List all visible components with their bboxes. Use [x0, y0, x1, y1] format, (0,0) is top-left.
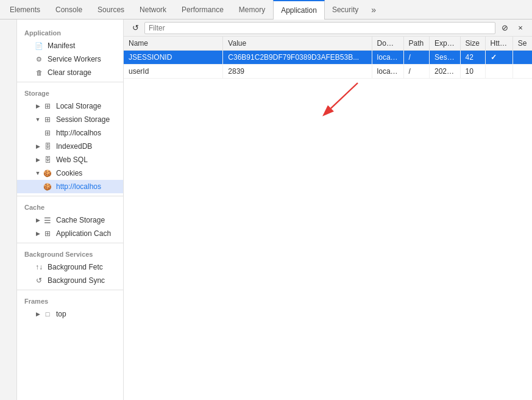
- clear-filter-button[interactable]: ⊘: [498, 21, 511, 35]
- frame-icon: □: [43, 309, 52, 319]
- cell-7: [512, 65, 532, 79]
- col-value[interactable]: Value: [223, 37, 372, 51]
- cell-6: [485, 65, 512, 79]
- cell-5: 10: [460, 65, 485, 79]
- expand-arrow-appcache: ▶: [34, 230, 41, 237]
- session-localhost-icon: ⊞: [43, 128, 52, 138]
- table-container: Name Value Do… Path Exp… Size Htt… Se JS…: [124, 37, 532, 400]
- cell-4: Ses…: [429, 51, 460, 65]
- cell-1: C36B91C2B9DF79F0389D3AFEB53B...: [223, 51, 372, 65]
- expand-arrow-frame: ▶: [34, 310, 41, 318]
- sidebar-item-service-workers[interactable]: ⚙ Service Workers: [17, 52, 123, 66]
- sidebar-section-frames: Frames: [17, 293, 123, 307]
- cell-5: 42: [460, 51, 485, 65]
- tab-more-button[interactable]: »: [366, 5, 381, 15]
- tab-application[interactable]: Application: [273, 0, 325, 20]
- cell-6: ✓: [485, 51, 512, 65]
- cell-2: loca…: [372, 65, 403, 79]
- sidebar-item-local-storage[interactable]: ▶ ⊞ Local Storage: [17, 99, 123, 113]
- sidebar-item-cookies-localhost[interactable]: 🍪 http://localhos: [17, 180, 123, 193]
- col-name[interactable]: Name: [124, 37, 223, 51]
- bg-sync-icon: ↺: [34, 276, 44, 285]
- expand-arrow-indexeddb: ▶: [34, 143, 41, 150]
- session-storage-icon: ⊞: [43, 115, 52, 124]
- table-row[interactable]: JSESSIONIDC36B91C2B9DF79F0389D3AFEB53B..…: [124, 51, 532, 65]
- sidebar-section-bg-services: Background Services: [17, 246, 123, 260]
- cookies-table: Name Value Do… Path Exp… Size Htt… Se JS…: [124, 37, 532, 79]
- indexeddb-icon: 🗄: [43, 141, 52, 151]
- table-header-row: Name Value Do… Path Exp… Size Htt… Se: [124, 37, 532, 51]
- sidebar-item-session-storage[interactable]: ▼ ⊞ Session Storage: [17, 113, 123, 126]
- sidebar-item-cookies[interactable]: ▼ 🍪 Cookies: [17, 166, 123, 180]
- col-httponly[interactable]: Htt…: [485, 37, 512, 51]
- clear-storage-icon: 🗑: [34, 68, 44, 77]
- sidebar-item-clear-storage[interactable]: 🗑 Clear storage: [17, 66, 123, 79]
- tab-performance[interactable]: Performance: [174, 0, 232, 20]
- main-panel: ↺ ⊘ × Name Value: [124, 20, 532, 400]
- websql-icon: 🗄: [43, 155, 52, 165]
- filter-input[interactable]: [144, 22, 495, 34]
- main-area: Application 📄 Manifest ⚙ Service Workers…: [0, 20, 532, 400]
- col-size[interactable]: Size: [460, 37, 485, 51]
- expand-arrow-local: ▶: [34, 102, 41, 110]
- sidebar-section-cache: Cache: [17, 199, 123, 213]
- cell-0: userId: [124, 65, 223, 79]
- gear-icon: ⚙: [34, 54, 44, 64]
- col-expires[interactable]: Exp…: [429, 37, 460, 51]
- sidebar-section-storage: Storage: [17, 85, 123, 99]
- sidebar: Application 📄 Manifest ⚙ Service Workers…: [17, 20, 124, 400]
- divider-4: [17, 290, 123, 290]
- sidebar-item-top-frame[interactable]: ▶ □ top: [17, 307, 123, 321]
- cell-1: 2839: [223, 65, 372, 79]
- col-path[interactable]: Path: [403, 37, 429, 51]
- cookies-icon: 🍪: [43, 168, 52, 178]
- sidebar-item-cache-storage[interactable]: ▶ ☰ Cache Storage: [17, 213, 123, 227]
- sidebar-section-application: Application: [17, 24, 123, 39]
- table-row[interactable]: userId2839loca…/202…10: [124, 65, 532, 79]
- toolbar: ↺ ⊘ ×: [124, 20, 532, 37]
- cell-3: /: [403, 65, 429, 79]
- expand-arrow-session: ▼: [34, 116, 41, 123]
- divider-3: [17, 243, 123, 243]
- tab-security[interactable]: Security: [325, 0, 366, 20]
- app-cache-icon: ⊞: [43, 229, 52, 238]
- cell-2: loca…: [372, 51, 403, 65]
- sidebar-item-bg-fetch[interactable]: ↑↓ Background Fetc: [17, 260, 123, 274]
- sidebar-item-indexeddb[interactable]: ▶ 🗄 IndexedDB: [17, 140, 123, 153]
- divider-2: [17, 196, 123, 196]
- tab-sources[interactable]: Sources: [90, 0, 132, 20]
- expand-arrow-cookies: ▼: [34, 170, 41, 177]
- bg-fetch-icon: ↑↓: [34, 262, 44, 272]
- sidebar-item-app-cache[interactable]: ▶ ⊞ Application Cach: [17, 227, 123, 240]
- sidebar-item-manifest[interactable]: 📄 Manifest: [17, 39, 123, 52]
- tab-bar: Elements Console Sources Network Perform…: [0, 0, 532, 20]
- divider-1: [17, 82, 123, 82]
- cookies-localhost-icon: 🍪: [43, 182, 52, 191]
- close-button[interactable]: ×: [514, 21, 527, 35]
- refresh-button[interactable]: ↺: [129, 21, 142, 35]
- cell-3: /: [403, 51, 429, 65]
- cell-4: 202…: [429, 65, 460, 79]
- col-secure[interactable]: Se: [512, 37, 532, 51]
- tab-network[interactable]: Network: [132, 0, 174, 20]
- tab-memory[interactable]: Memory: [232, 0, 273, 20]
- svg-line-1: [331, 83, 358, 109]
- sidebar-item-bg-sync[interactable]: ↺ Background Sync: [17, 274, 123, 287]
- cache-storage-icon: ☰: [43, 215, 52, 225]
- sidebar-item-session-localhost[interactable]: ⊞ http://localhos: [17, 126, 123, 140]
- red-arrow-annotation: [319, 73, 367, 122]
- tab-elements[interactable]: Elements: [2, 0, 48, 20]
- doc-icon: 📄: [34, 41, 44, 51]
- chrome-left-strip: [0, 20, 17, 400]
- cell-0: JSESSIONID: [124, 51, 223, 65]
- local-storage-icon: ⊞: [43, 101, 52, 111]
- sidebar-item-websql[interactable]: ▶ 🗄 Web SQL: [17, 153, 123, 166]
- expand-arrow-cache: ▶: [34, 216, 41, 224]
- tab-console[interactable]: Console: [48, 0, 90, 20]
- expand-arrow-websql: ▶: [34, 156, 41, 163]
- cell-7: [512, 51, 532, 65]
- col-domain[interactable]: Do…: [372, 37, 403, 51]
